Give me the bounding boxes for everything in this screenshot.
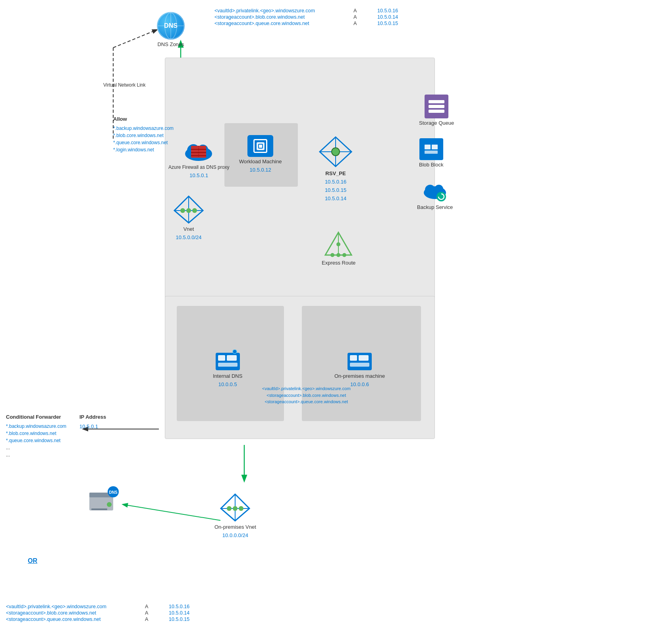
dns-globe-icon: DNS [157, 12, 185, 40]
ip-address-value: 10.5.0.1 [79, 423, 106, 431]
azure-vnet-box [165, 58, 435, 336]
firewall-node: Azure Firewall as DNS proxy 10.5.0.1 [168, 137, 229, 179]
vnet-label: Vnet [183, 226, 194, 233]
rsv-pe-ip2: 10.5.0.15 [325, 187, 346, 194]
bot-record-name-3: <storageaccount>.queue.core.windows.net [6, 617, 133, 622]
svg-rect-41 [425, 145, 431, 149]
or-text[interactable]: OR [28, 557, 37, 564]
on-premises-machine-icon [347, 350, 373, 371]
or-label: OR [28, 556, 37, 566]
on-premises-machine-node: On-premises machine 10.0.0.6 [334, 350, 385, 388]
cf-item-2: *.blob.core.windows.net [6, 430, 66, 437]
svg-rect-62 [218, 355, 225, 361]
firewall-label: Azure Firewall as DNS proxy [168, 164, 229, 171]
svg-point-53 [192, 208, 197, 213]
storage-queue-node: Storage Queue [419, 95, 454, 127]
allow-item-1: *.backup.windowsazure.com [113, 125, 174, 132]
svg-point-57 [330, 253, 334, 257]
svg-point-47 [436, 192, 446, 201]
vnet-link-label: Virtual Network Link [103, 81, 146, 89]
top-records-table: <vaultId>.privatelink.<geo>.windowszure.… [214, 8, 398, 27]
bot-record-type-1: A [145, 604, 157, 609]
allow-label: Allow [113, 115, 174, 123]
mid-record-3: <storageaccount>.queue.core.windows.net [262, 398, 351, 405]
svg-point-59 [342, 253, 346, 257]
svg-point-78 [107, 502, 112, 507]
top-record-name-1: <vaultId>.privatelink.<geo>.windowszure.… [214, 8, 342, 14]
svg-point-60 [336, 242, 340, 246]
cf-item-4: ... [6, 444, 66, 451]
storage-queue-label: Storage Queue [419, 120, 454, 127]
bot-record-name-2: <storageaccount>.blob.core.windows.net [6, 610, 133, 616]
internal-dns-ip: 10.0.0.5 [218, 381, 237, 388]
dns-zones-label: DNS Zones [157, 41, 184, 48]
top-record-type-3: A [353, 21, 365, 26]
rsv-pe-node: RSV_PE 10.5.0.16 10.5.0.15 10.5.0.14 [318, 135, 353, 202]
allow-item-4: *.login.windows.net [113, 146, 174, 153]
backup-service-node: Backup Service [417, 177, 453, 211]
top-record-ip-2: 10.5.0.14 [377, 14, 398, 20]
top-record-ip-3: 10.5.0.15 [377, 21, 398, 26]
svg-point-75 [239, 506, 243, 511]
blob-block-node: Blob Block [419, 138, 443, 168]
cf-item-3: *.queue.core.windows.net [6, 437, 66, 444]
svg-point-65 [233, 350, 237, 354]
svg-rect-79 [91, 508, 107, 510]
express-route-icon [324, 230, 353, 258]
dns-server-icon: DNS [87, 485, 119, 516]
workload-ip: 10.5.0.12 [250, 167, 271, 174]
internal-dns-node: Internal DNS 10.0.0.5 [213, 350, 242, 388]
on-premises-vnet-label: On-premises Vnet [214, 524, 256, 531]
dns-server-node: DNS [87, 485, 119, 516]
vnet-ip: 10.5.0.0/24 [176, 234, 201, 241]
bot-record-name-1: <vaultId>.privatelink.<geo>.windowszure.… [6, 604, 133, 609]
svg-rect-67 [350, 355, 357, 361]
svg-rect-69 [350, 363, 369, 367]
svg-rect-43 [425, 151, 438, 154]
svg-line-0 [113, 30, 157, 48]
express-route-node: Express Route [322, 230, 355, 267]
allow-section: Allow *.backup.windowsazure.com *.blob.c… [113, 115, 174, 153]
on-premises-vnet-icon [219, 493, 251, 522]
backup-service-icon [422, 177, 448, 203]
firewall-icon [184, 137, 214, 163]
bot-record-ip-3: 10.5.0.15 [169, 617, 189, 622]
top-record-ip-1: 10.5.0.16 [377, 8, 398, 14]
rsv-pe-ip1: 10.5.0.16 [325, 179, 346, 186]
svg-rect-64 [218, 363, 238, 367]
on-premises-machine-label: On-premises machine [334, 373, 385, 380]
bottom-records-table: <vaultId>.privatelink.<geo>.windowszure.… [6, 604, 189, 623]
top-record-type-1: A [353, 8, 365, 14]
internal-dns-label: Internal DNS [213, 373, 242, 380]
svg-point-73 [227, 506, 232, 511]
rsv-pe-icon [318, 135, 353, 169]
svg-text:DNS: DNS [109, 490, 117, 495]
svg-rect-27 [259, 145, 262, 148]
cf-item-5: ... [6, 451, 66, 458]
top-record-name-2: <storageaccount>.blob.core.windows.net [214, 14, 342, 20]
rsv-pe-ip3: 10.5.0.14 [325, 195, 346, 202]
svg-point-39 [332, 148, 340, 156]
workload-label: Workload Machine [239, 159, 282, 165]
vnet-node: Vnet 10.5.0.0/24 [173, 195, 205, 241]
ip-address-label: IP Address [79, 413, 106, 421]
on-premises-machine-ip: 10.0.0.6 [350, 381, 369, 388]
top-record-name-3: <storageaccount>.queue.core.windows.net [214, 21, 342, 26]
internal-dns-icon [215, 350, 241, 371]
mid-record-2: <storageaccount>.blob.core.windows.net [262, 392, 351, 399]
dns-zones-node: DNS DNS Zones [157, 12, 185, 48]
svg-line-17 [123, 505, 220, 520]
middle-dns-records: <vaultId>.privatelink.<geo>.windowszure.… [262, 385, 351, 405]
svg-point-58 [336, 253, 340, 257]
svg-point-51 [180, 208, 185, 213]
svg-rect-63 [227, 355, 237, 361]
backup-service-label: Backup Service [417, 204, 453, 211]
storage-queue-icon [425, 95, 448, 118]
bot-record-type-3: A [145, 617, 157, 622]
mid-record-1: <vaultId>.privatelink.<geo>.windowszure.… [262, 385, 351, 392]
svg-point-52 [186, 208, 191, 213]
vnet-icon [173, 195, 205, 224]
dns-text: DNS [164, 22, 178, 29]
svg-point-45 [425, 185, 435, 195]
svg-rect-42 [432, 145, 438, 149]
